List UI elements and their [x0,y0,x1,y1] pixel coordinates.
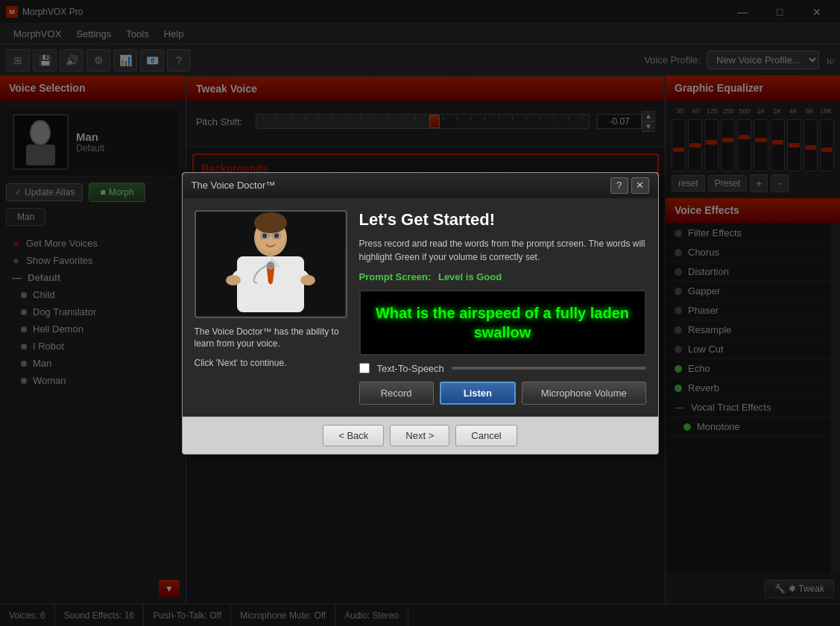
dialog-action-buttons: Record Listen Microphone Volume [359,382,646,405]
dialog-left: The Voice Doctor™ has the ability to lea… [195,210,347,405]
svg-point-7 [254,212,287,233]
dialog-footer: < Back Next > Cancel [183,417,658,454]
dialog-titlebar: The Voice Doctor™ ? ✕ [183,173,658,198]
listen-button[interactable]: Listen [440,382,516,405]
dialog-description: Press record and read the words from the… [359,237,646,264]
svg-point-16 [267,262,274,269]
tts-checkbox[interactable] [359,363,370,373]
record-button[interactable]: Record [359,382,434,405]
dialog-body: The Voice Doctor™ has the ability to lea… [183,198,658,417]
prompt-label: Prompt Screen: Level is Good [359,271,646,282]
dialog-heading: Let's Get Started! [359,210,646,230]
prompt-screen: What is the airspeed of a fully laden sw… [359,290,646,355]
tts-row: Text-To-Speech [359,363,646,374]
tts-slider[interactable] [452,367,646,370]
voice-doctor-dialog: The Voice Doctor™ ? ✕ [182,172,659,455]
tts-label: Text-To-Speech [377,363,444,374]
doctor-caption: The Voice Doctor™ has the ability to lea… [195,326,347,351]
doctor-image [195,210,347,318]
doctor-svg [196,212,345,316]
cancel-button[interactable]: Cancel [455,425,517,446]
prompt-label-text: Prompt Screen: [359,271,432,282]
next-button[interactable]: Next > [390,425,449,446]
prompt-text: What is the airspeed of a fully laden sw… [373,303,633,342]
back-button[interactable]: < Back [323,425,384,446]
svg-point-14 [226,275,241,285]
dialog-help-button[interactable]: ? [610,177,628,194]
dialog-overlay: The Voice Doctor™ ? ✕ [0,0,840,626]
prompt-status: Level is Good [438,271,502,282]
svg-point-15 [300,275,315,285]
mic-volume-button[interactable]: Microphone Volume [522,382,646,405]
dialog-title: The Voice Doctor™ [192,180,610,191]
dialog-right: Let's Get Started! Press record and read… [359,210,646,405]
doctor-instruction: Click 'Next' to continue. [195,358,347,368]
dialog-close-button[interactable]: ✕ [631,177,649,194]
